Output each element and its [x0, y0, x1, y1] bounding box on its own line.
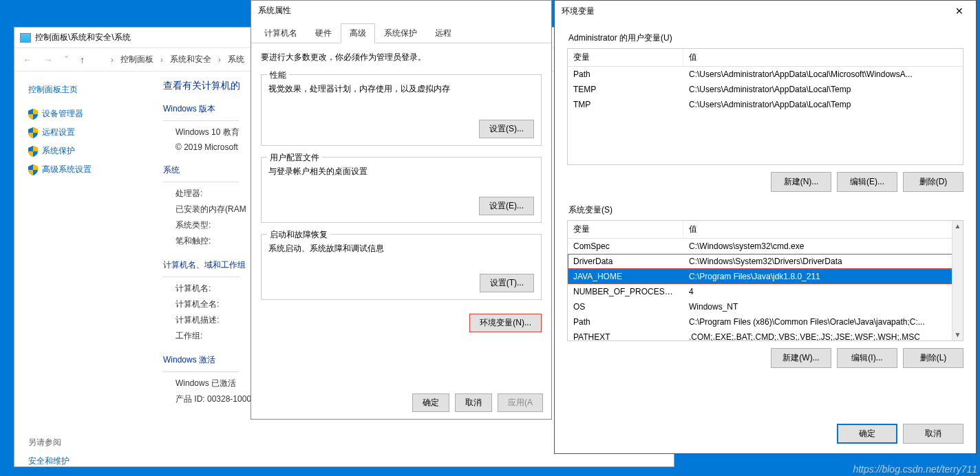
var-value: C:\Users\Administrator\AppData\Local\Tem…	[683, 83, 963, 96]
var-value: C:\Users\Administrator\AppData\Local\Mic…	[683, 68, 963, 80]
shield-icon	[28, 164, 38, 175]
sidebar-link-label: 远程设置	[42, 127, 75, 138]
tab-remote[interactable]: 远程	[426, 23, 460, 43]
ok-button[interactable]: 确定	[412, 393, 449, 412]
sp-title: 系统属性	[258, 5, 291, 17]
scroll-up-icon[interactable]: ▲	[952, 221, 963, 232]
up-button[interactable]: ↑	[77, 53, 87, 67]
cp-home-link[interactable]: 控制面板主页	[28, 84, 138, 96]
var-name: Path	[568, 316, 683, 328]
sidebar-link-label: 设备管理器	[42, 108, 83, 120]
profile-settings-button[interactable]: 设置(E)...	[479, 197, 534, 215]
edit-button[interactable]: 编辑(I)...	[837, 348, 897, 368]
sys-vars-label: 系统变量(S)	[568, 204, 963, 216]
profile-desc: 与登录帐户相关的桌面设置	[268, 166, 534, 177]
sys-vars-buttons: 新建(W)... 编辑(I)... 删除(L)	[567, 348, 963, 368]
cancel-button[interactable]: 取消	[455, 393, 492, 412]
col-value[interactable]: 值	[683, 221, 963, 238]
breadcrumb-sep: ›	[218, 55, 221, 65]
group-profile: 用户配置文件 与登录帐户相关的桌面设置 设置(E)...	[261, 157, 542, 223]
delete-button[interactable]: 删除(D)	[903, 172, 963, 192]
profile-legend: 用户配置文件	[267, 152, 322, 164]
sidebar-link-advanced[interactable]: 高级系统设置	[28, 164, 138, 175]
var-name: TEMP	[568, 83, 683, 96]
shield-icon	[28, 109, 38, 120]
delete-button[interactable]: 删除(L)	[903, 348, 963, 368]
new-button[interactable]: 新建(N)...	[771, 172, 831, 192]
var-value: 4	[683, 285, 963, 298]
breadcrumb-root[interactable]: 控制面板	[120, 54, 153, 65]
forward-button[interactable]: →	[41, 53, 56, 67]
var-name: ComSpec	[568, 240, 683, 252]
var-value: C:\Windows\System32\Drivers\DriverData	[683, 255, 963, 268]
scrollbar[interactable]: ▲ ▼	[952, 221, 963, 340]
breadcrumb-sep: ›	[160, 55, 163, 65]
edit-button[interactable]: 编辑(E)...	[837, 172, 897, 192]
startup-legend: 启动和故障恢复	[267, 229, 330, 241]
see-also-label: 另请参阅	[28, 437, 138, 448]
sidebar-link-protection[interactable]: 系统保护	[28, 145, 138, 157]
tab-advanced[interactable]: 高级	[341, 23, 375, 43]
monitor-icon	[20, 33, 31, 43]
breadcrumb-sep: ›	[111, 55, 114, 65]
col-variable[interactable]: 变量	[568, 221, 683, 238]
admin-note: 要进行大多数更改，你必须作为管理员登录。	[261, 52, 542, 63]
ev-button-row: 确定 取消	[837, 424, 963, 444]
tab-computer-name[interactable]: 计算机名	[255, 23, 306, 43]
col-variable[interactable]: 变量	[568, 49, 683, 66]
cp-title: 控制面板\系统和安全\系统	[35, 32, 131, 43]
var-value: C:\Users\Administrator\AppData\Local\Tem…	[683, 98, 963, 111]
close-button[interactable]: ✕	[950, 4, 969, 18]
history-dropdown[interactable]: ˅	[61, 53, 72, 67]
sidebar-link-device-manager[interactable]: 设备管理器	[28, 108, 138, 120]
table-row[interactable]: PATHEXT.COM;.EXE;.BAT;.CMD;.VBS;.VBE;.JS…	[568, 329, 963, 340]
breadcrumb-mid[interactable]: 系统和安全	[170, 54, 211, 65]
table-header: 变量 值	[568, 221, 963, 239]
table-row[interactable]: NUMBER_OF_PROCESSORS4	[568, 284, 963, 299]
user-vars-label: Administrator 的用户变量(U)	[568, 32, 963, 44]
col-value[interactable]: 值	[683, 49, 963, 66]
sys-vars-table[interactable]: 变量 值 ComSpecC:\Windows\system32\cmd.exeD…	[567, 220, 963, 341]
group-startup: 启动和故障恢复 系统启动、系统故障和调试信息 设置(T)...	[261, 234, 542, 300]
startup-settings-button[interactable]: 设置(T)...	[480, 274, 534, 292]
var-value: C:\Windows\system32\cmd.exe	[683, 240, 963, 252]
table-row[interactable]: DriverDataC:\Windows\System32\Drivers\Dr…	[568, 254, 963, 269]
user-vars-table[interactable]: 变量 值 PathC:\Users\Administrator\AppData\…	[567, 48, 963, 165]
back-button[interactable]: ←	[20, 53, 35, 67]
var-name: Path	[568, 68, 683, 80]
monitor-icon	[93, 55, 104, 65]
sp-button-row: 确定 取消 应用(A	[412, 393, 543, 412]
sidebar-link-label: 高级系统设置	[42, 164, 92, 175]
scroll-down-icon[interactable]: ▼	[952, 329, 963, 340]
cancel-button[interactable]: 取消	[903, 424, 963, 444]
var-name: JAVA_HOME	[568, 270, 683, 283]
breadcrumb-leaf[interactable]: 系统	[228, 54, 244, 65]
ok-button[interactable]: 确定	[837, 424, 897, 444]
tab-protection[interactable]: 系统保护	[375, 23, 426, 43]
env-variables-dialog: 环境变量 ✕ Administrator 的用户变量(U) 变量 值 PathC…	[554, 0, 977, 454]
table-row[interactable]: OSWindows_NT	[568, 299, 963, 314]
var-value: Windows_NT	[683, 301, 963, 313]
perf-settings-button[interactable]: 设置(S)...	[479, 120, 534, 138]
var-value: .COM;.EXE;.BAT;.CMD;.VBS;.VBE;.JS;.JSE;.…	[683, 331, 963, 340]
var-name: TMP	[568, 98, 683, 111]
var-value: C:\Program Files (x86)\Common Files\Orac…	[683, 316, 963, 328]
table-row[interactable]: ComSpecC:\Windows\system32\cmd.exe	[568, 239, 963, 254]
table-header: 变量 值	[568, 49, 963, 67]
system-properties-dialog: 系统属性 计算机名 硬件 高级 系统保护 远程 要进行大多数更改，你必须作为管理…	[251, 0, 552, 420]
new-button[interactable]: 新建(W)...	[771, 348, 831, 368]
table-row[interactable]: JAVA_HOMEC:\Program Files\Java\jdk1.8.0_…	[568, 269, 963, 284]
table-row[interactable]: TEMPC:\Users\Administrator\AppData\Local…	[568, 82, 963, 97]
see-also-link[interactable]: 安全和维护	[28, 455, 138, 467]
table-row[interactable]: PathC:\Program Files (x86)\Common Files\…	[568, 314, 963, 329]
env-variables-button[interactable]: 环境变量(N)...	[469, 314, 542, 332]
table-row[interactable]: TMPC:\Users\Administrator\AppData\Local\…	[568, 97, 963, 112]
table-row[interactable]: PathC:\Users\Administrator\AppData\Local…	[568, 67, 963, 82]
var-name: OS	[568, 301, 683, 313]
apply-button[interactable]: 应用(A	[498, 393, 543, 412]
tab-hardware[interactable]: 硬件	[306, 23, 341, 43]
cp-sidebar: 控制面板主页 设备管理器 远程设置 系统保护 高级系统设置 另请参阅 安全和维护	[14, 72, 152, 476]
var-name: NUMBER_OF_PROCESSORS	[568, 285, 683, 298]
var-name: PATHEXT	[568, 331, 683, 340]
sidebar-link-remote[interactable]: 远程设置	[28, 127, 138, 138]
